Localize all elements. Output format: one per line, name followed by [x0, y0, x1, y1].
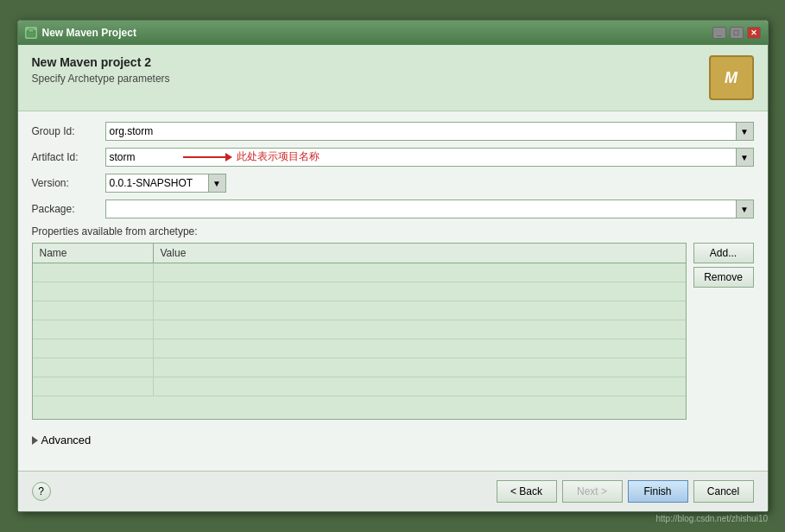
footer-right: < Back Next > Finish Cancel [497, 480, 754, 503]
title-controls: _ □ ✕ [712, 27, 761, 39]
footer-left: ? [32, 482, 51, 501]
version-row: Version: ▼ [32, 174, 754, 193]
back-button[interactable]: < Back [497, 480, 557, 503]
column-value: Value [154, 244, 686, 263]
version-label: Version: [32, 177, 105, 189]
group-id-label: Group Id: [32, 125, 105, 137]
group-id-input-wrapper: ▼ [105, 122, 754, 141]
content-area: Group Id: ▼ Artifact Id: ▼ 此处表示项目名称 [18, 111, 768, 471]
group-id-input[interactable] [105, 122, 737, 141]
column-name: Name [33, 244, 154, 263]
title-bar: New Maven Project _ □ ✕ [18, 21, 768, 45]
package-input[interactable] [105, 200, 737, 218]
package-row: Package: ▼ [32, 200, 754, 218]
page-subtitle: Specify Archetype parameters [32, 73, 170, 85]
table-row [33, 263, 686, 282]
advanced-label: Advanced [41, 434, 92, 446]
window-icon [25, 27, 37, 39]
table-row [33, 320, 686, 339]
version-dropdown[interactable]: ▼ [209, 174, 226, 193]
finish-button[interactable]: Finish [628, 480, 688, 503]
next-button[interactable]: Next > [562, 480, 623, 503]
version-select-wrapper: ▼ [105, 174, 226, 193]
table-row [33, 358, 686, 377]
artifact-id-row: Artifact Id: ▼ 此处表示项目名称 [32, 148, 754, 167]
help-button[interactable]: ? [32, 482, 51, 501]
table-body[interactable] [33, 263, 686, 419]
annotation-text: 此处表示项目名称 [237, 149, 320, 164]
header-section: New Maven project 2 Specify Archetype pa… [18, 45, 768, 111]
header-text: New Maven project 2 Specify Archetype pa… [32, 55, 170, 85]
table-header: Name Value [33, 244, 686, 263]
version-input[interactable] [105, 174, 209, 193]
svg-rect-1 [28, 28, 34, 32]
cancel-button[interactable]: Cancel [693, 480, 754, 503]
advanced-toggle[interactable]: Advanced [32, 434, 92, 446]
window-title: New Maven Project [42, 27, 136, 39]
package-dropdown[interactable]: ▼ [737, 200, 754, 218]
watermark: http://blog.csdn.net/zhishui10 [655, 514, 768, 523]
maven-logo: M [709, 55, 754, 100]
package-input-wrapper: ▼ [105, 200, 754, 218]
remove-button[interactable]: Remove [693, 267, 754, 288]
group-id-row: Group Id: ▼ [32, 122, 754, 141]
advanced-row[interactable]: Advanced [32, 434, 754, 446]
artifact-id-dropdown[interactable]: ▼ [737, 148, 754, 167]
table-row [33, 282, 686, 301]
table-row [33, 301, 686, 320]
properties-table-section: Name Value [32, 243, 754, 427]
footer: ? < Back Next > Finish Cancel [18, 471, 768, 511]
table-row [33, 377, 686, 396]
annotation-arrow: 此处表示项目名称 [183, 149, 320, 164]
table-row [33, 339, 686, 358]
properties-table: Name Value [32, 243, 687, 420]
add-button[interactable]: Add... [693, 243, 754, 263]
main-window: New Maven Project _ □ ✕ New Maven projec… [17, 20, 769, 512]
minimize-button[interactable]: _ [712, 27, 726, 39]
maximize-button[interactable]: □ [730, 27, 744, 39]
package-label: Package: [32, 203, 105, 215]
properties-label: Properties available from archetype: [32, 225, 754, 238]
group-id-dropdown[interactable]: ▼ [737, 122, 754, 141]
expand-icon [32, 436, 38, 445]
title-bar-left: New Maven Project [25, 27, 136, 39]
table-buttons: Add... Remove [693, 243, 754, 288]
page-title: New Maven project 2 [32, 55, 170, 69]
artifact-id-label: Artifact Id: [32, 151, 105, 163]
close-button[interactable]: ✕ [747, 27, 761, 39]
